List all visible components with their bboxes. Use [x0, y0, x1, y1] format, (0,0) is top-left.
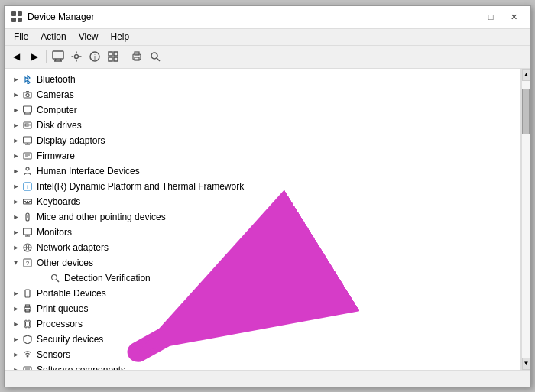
- expand-arrow-network-adapters[interactable]: ►: [11, 242, 21, 253]
- tree-item-computer[interactable]: ►Computer: [5, 102, 520, 118]
- expand-arrow-cameras[interactable]: ►: [11, 89, 21, 100]
- icon-software: [21, 364, 34, 370]
- expand-arrow-software-components[interactable]: ►: [11, 364, 21, 370]
- svg-rect-0: [11, 11, 16, 16]
- tree-item-monitors[interactable]: ►Monitors: [5, 225, 520, 240]
- label-software-components: Software components: [37, 364, 125, 370]
- expand-arrow-monitors[interactable]: ►: [11, 227, 21, 238]
- scrollbar[interactable]: ▲ ▼: [521, 69, 530, 370]
- close-button[interactable]: ✕: [503, 9, 524, 24]
- svg-rect-34: [24, 137, 32, 143]
- tree-item-print-queues[interactable]: ►Print queues: [5, 301, 520, 316]
- svg-rect-32: [25, 124, 28, 126]
- tree-item-human-interface[interactable]: ►Human Interface Devices: [5, 164, 520, 179]
- label-portable-devices: Portable Devices: [37, 288, 106, 299]
- svg-rect-15: [109, 52, 112, 56]
- menu-help[interactable]: Help: [105, 30, 136, 44]
- tree-item-disk-drives[interactable]: ►Disk drives: [5, 118, 520, 133]
- expand-arrow-disk-drives[interactable]: ►: [11, 120, 21, 131]
- expand-arrow-processors[interactable]: ►: [11, 319, 21, 329]
- scrollbar-thumb[interactable]: [522, 89, 530, 134]
- svg-rect-4: [53, 51, 63, 59]
- label-processors: Processors: [37, 319, 83, 329]
- expand-arrow-detection-verification[interactable]: [38, 273, 49, 283]
- tree-item-firmware[interactable]: ►Firmware: [5, 148, 520, 164]
- expand-arrow-human-interface[interactable]: ►: [11, 166, 21, 177]
- label-detection-verification: Detection Verification: [64, 273, 151, 283]
- label-human-interface: Human Interface Devices: [37, 166, 140, 177]
- svg-rect-20: [135, 52, 139, 55]
- tree-item-intel-dynamic[interactable]: ►iIntel(R) Dynamic Platform and Thermal …: [5, 179, 520, 194]
- svg-point-25: [26, 93, 29, 96]
- tree-item-other-devices[interactable]: ►?Other devices: [5, 255, 520, 271]
- expand-arrow-sensors[interactable]: ►: [11, 349, 21, 360]
- device-manager-window: Device Manager — □ ✕ File Action View He…: [4, 5, 531, 387]
- toolbar-sep2: [125, 50, 125, 63]
- icon-camera: [21, 89, 34, 101]
- tree-item-sensors[interactable]: ►Sensors: [5, 347, 520, 362]
- scroll-up[interactable]: ▲: [522, 69, 530, 81]
- tree-item-security-devices[interactable]: ►Security devices: [5, 332, 520, 347]
- toolbar-computer[interactable]: [50, 48, 66, 65]
- label-monitors: Monitors: [37, 227, 72, 238]
- icon-disk: [21, 119, 34, 131]
- icon-mouse: [21, 211, 34, 223]
- label-bluetooth: Bluetooth: [37, 74, 76, 85]
- svg-point-69: [27, 355, 29, 357]
- tree-item-software-components[interactable]: ►Software components: [5, 362, 520, 370]
- icon-processor: [21, 318, 34, 330]
- icon-other: ?: [21, 257, 34, 269]
- tree-item-processors[interactable]: ►Processors: [5, 316, 520, 332]
- scroll-down[interactable]: ▼: [522, 358, 530, 370]
- expand-arrow-print-queues[interactable]: ►: [11, 303, 21, 314]
- icon-computer: [21, 104, 34, 116]
- title-bar: Device Manager — □ ✕: [5, 6, 530, 29]
- svg-rect-2: [11, 18, 16, 22]
- toolbar-info[interactable]: i: [86, 48, 103, 65]
- toolbar: ◀ ▶ i: [5, 46, 530, 69]
- expand-arrow-security-devices[interactable]: ►: [11, 334, 21, 345]
- menu-action[interactable]: Action: [34, 30, 72, 44]
- svg-line-23: [157, 58, 160, 61]
- expand-arrow-display-adaptors[interactable]: ►: [11, 135, 21, 146]
- tree-item-display-adaptors[interactable]: ►Display adaptors: [5, 133, 520, 148]
- toolbar-gear[interactable]: [68, 48, 85, 65]
- toolbar-scan[interactable]: [105, 48, 122, 65]
- svg-text:i: i: [27, 184, 28, 190]
- svg-rect-26: [26, 91, 29, 92]
- tree-item-keyboards[interactable]: ►Keyboards: [5, 194, 520, 209]
- expand-arrow-intel-dynamic[interactable]: ►: [11, 181, 21, 192]
- tree-item-network-adapters[interactable]: ►Network adapters: [5, 240, 520, 255]
- expand-arrow-bluetooth[interactable]: ►: [11, 74, 21, 85]
- label-network-adapters: Network adapters: [37, 242, 109, 253]
- label-mice: Mice and other pointing devices: [37, 212, 166, 222]
- menu-file[interactable]: File: [8, 30, 34, 44]
- tree-item-portable-devices[interactable]: ►Portable Devices: [5, 286, 520, 301]
- tree-item-cameras[interactable]: ►Cameras: [5, 87, 520, 102]
- expand-arrow-other-devices[interactable]: ►: [11, 258, 21, 268]
- tree-item-detection-verification[interactable]: Detection Verification: [5, 271, 520, 286]
- icon-monitor: [21, 226, 34, 238]
- toolbar-search[interactable]: [147, 48, 164, 65]
- expand-arrow-mice[interactable]: ►: [11, 212, 21, 222]
- label-firmware: Firmware: [37, 151, 75, 161]
- toolbar-forward[interactable]: ▶: [26, 48, 43, 65]
- svg-rect-37: [24, 153, 31, 159]
- expand-arrow-portable-devices[interactable]: ►: [11, 288, 21, 299]
- svg-rect-64: [26, 322, 30, 326]
- maximize-button[interactable]: □: [480, 9, 501, 24]
- expand-arrow-computer[interactable]: ►: [11, 105, 21, 115]
- menu-view[interactable]: View: [73, 30, 105, 44]
- tree-panel[interactable]: ►Bluetooth►Cameras►Computer►Disk drives►…: [5, 69, 521, 370]
- icon-firmware: [21, 150, 34, 162]
- scan-icon: [108, 51, 118, 62]
- toolbar-print[interactable]: [128, 48, 145, 65]
- expand-arrow-firmware[interactable]: ►: [11, 151, 21, 161]
- expand-arrow-keyboards[interactable]: ►: [11, 196, 21, 207]
- tree-item-mice[interactable]: ►Mice and other pointing devices: [5, 209, 520, 225]
- minimize-button[interactable]: —: [457, 9, 478, 24]
- tree-item-bluetooth[interactable]: ►Bluetooth: [5, 72, 520, 87]
- svg-rect-3: [18, 18, 22, 22]
- toolbar-back[interactable]: ◀: [8, 48, 24, 65]
- svg-rect-18: [114, 57, 118, 61]
